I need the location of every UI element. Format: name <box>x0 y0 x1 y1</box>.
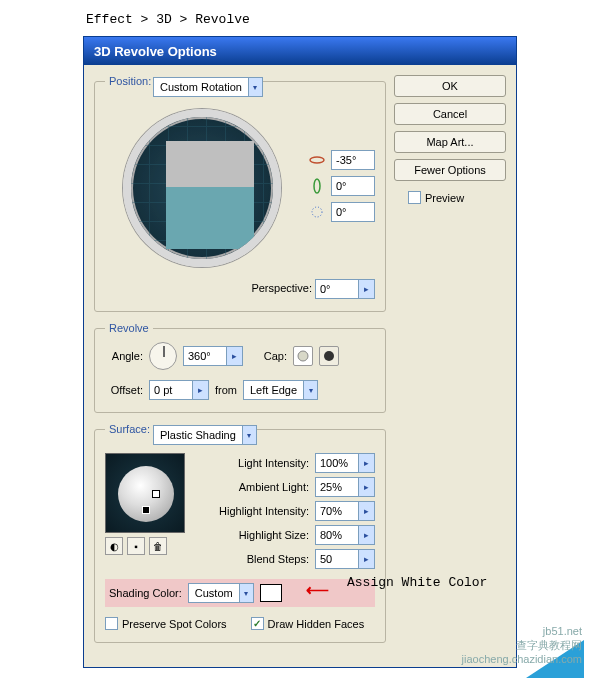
light-intensity-input[interactable] <box>315 453 359 473</box>
delete-light-button[interactable]: 🗑 <box>149 537 167 555</box>
shading-select[interactable]: Plastic Shading▾ <box>153 425 257 445</box>
surface-legend: Surface: <box>105 423 154 435</box>
ambient-label: Ambient Light: <box>213 481 309 493</box>
shading-value: Plastic Shading <box>154 429 242 441</box>
new-light-button[interactable]: ▪ <box>127 537 145 555</box>
hi-size-label: Highlight Size: <box>213 529 309 541</box>
cancel-button[interactable]: Cancel <box>394 103 506 125</box>
ambient-input[interactable] <box>315 477 359 497</box>
shading-color-label: Shading Color: <box>109 587 182 599</box>
surface-group: Surface: Plastic Shading▾ ◐ ▪ <box>94 423 386 643</box>
angle-dial[interactable] <box>149 342 177 370</box>
cap-label: Cap: <box>253 350 287 362</box>
hidden-label: Draw Hidden Faces <box>268 618 365 630</box>
move-light-back-button[interactable]: ◐ <box>105 537 123 555</box>
light-intensity-label: Light Intensity: <box>213 457 309 469</box>
cap-off-button[interactable] <box>319 346 339 366</box>
position-preset-value: Custom Rotation <box>154 81 248 93</box>
from-label: from <box>215 384 237 396</box>
svg-point-0 <box>310 157 324 163</box>
stepper-icon[interactable]: ▸ <box>193 380 209 400</box>
chevron-down-icon: ▾ <box>239 584 253 602</box>
rotate-x-icon <box>309 152 325 168</box>
chevron-down-icon: ▾ <box>242 426 256 444</box>
stepper-icon[interactable]: ▸ <box>359 525 375 545</box>
annotation-arrow-icon: ⟵ <box>306 580 329 599</box>
chevron-down-icon: ▾ <box>248 78 262 96</box>
offset-input[interactable] <box>149 380 193 400</box>
draw-hidden-checkbox[interactable]: ✓Draw Hidden Faces <box>251 617 365 630</box>
watermark-text: jb51.net 查字典教程网 jiaocheng.chazidian.com <box>462 624 582 666</box>
rot-z-input[interactable] <box>331 202 375 222</box>
revolve-group: Revolve Angle: ▸ Cap: Offset: ▸ from Lef… <box>94 322 386 413</box>
svg-point-2 <box>312 207 322 217</box>
checkbox-icon <box>105 617 118 630</box>
cap-on-button[interactable] <box>293 346 313 366</box>
rotate-z-icon <box>309 204 325 220</box>
svg-point-1 <box>314 179 320 193</box>
blend-input[interactable] <box>315 549 359 569</box>
angle-input[interactable] <box>183 346 227 366</box>
position-legend: Position: <box>105 75 155 87</box>
svg-point-3 <box>298 351 308 361</box>
from-value: Left Edge <box>244 384 303 396</box>
stepper-icon[interactable]: ▸ <box>359 279 375 299</box>
checkbox-icon <box>408 191 421 204</box>
preview-checkbox[interactable]: Preview <box>408 191 464 204</box>
shading-color-value: Custom <box>189 587 239 599</box>
dialog-title: 3D Revolve Options <box>84 37 516 65</box>
stepper-icon[interactable]: ▸ <box>227 346 243 366</box>
position-preset-select[interactable]: Custom Rotation ▾ <box>153 77 263 97</box>
menu-path: Effect > 3D > Revolve <box>86 12 250 27</box>
fewer-options-button[interactable]: Fewer Options <box>394 159 506 181</box>
hi-intensity-label: Highlight Intensity: <box>213 505 309 517</box>
angle-label: Angle: <box>105 350 143 362</box>
preserve-label: Preserve Spot Colors <box>122 618 227 630</box>
preview-label: Preview <box>425 192 464 204</box>
dialog-3d-revolve: 3D Revolve Options Position: Custom Rota… <box>83 36 517 668</box>
stepper-icon[interactable]: ▸ <box>359 501 375 521</box>
preserve-spot-checkbox[interactable]: Preserve Spot Colors <box>105 617 227 630</box>
shading-color-row: Shading Color: Custom▾ <box>105 579 375 607</box>
chevron-down-icon: ▾ <box>303 381 317 399</box>
light-preview[interactable] <box>105 453 185 533</box>
stepper-icon[interactable]: ▸ <box>359 477 375 497</box>
shading-color-select[interactable]: Custom▾ <box>188 583 254 603</box>
rotate-y-icon <box>309 178 325 194</box>
revolve-legend: Revolve <box>105 322 153 334</box>
rot-x-input[interactable] <box>331 150 375 170</box>
perspective-input[interactable] <box>315 279 359 299</box>
from-select[interactable]: Left Edge▾ <box>243 380 318 400</box>
rotation-preview[interactable] <box>123 109 281 267</box>
hi-intensity-input[interactable] <box>315 501 359 521</box>
checkbox-icon: ✓ <box>251 617 264 630</box>
map-art-button[interactable]: Map Art... <box>394 131 506 153</box>
svg-point-4 <box>324 351 334 361</box>
blend-label: Blend Steps: <box>213 553 309 565</box>
hi-size-input[interactable] <box>315 525 359 545</box>
stepper-icon[interactable]: ▸ <box>359 549 375 569</box>
position-group: Position: Custom Rotation ▾ <box>94 75 386 312</box>
offset-label: Offset: <box>105 384 143 396</box>
annotation-text: Assign White Color <box>347 575 487 590</box>
perspective-label: Perspective: <box>251 282 312 294</box>
ok-button[interactable]: OK <box>394 75 506 97</box>
stepper-icon[interactable]: ▸ <box>359 453 375 473</box>
shading-color-swatch[interactable] <box>260 584 282 602</box>
rot-y-input[interactable] <box>331 176 375 196</box>
